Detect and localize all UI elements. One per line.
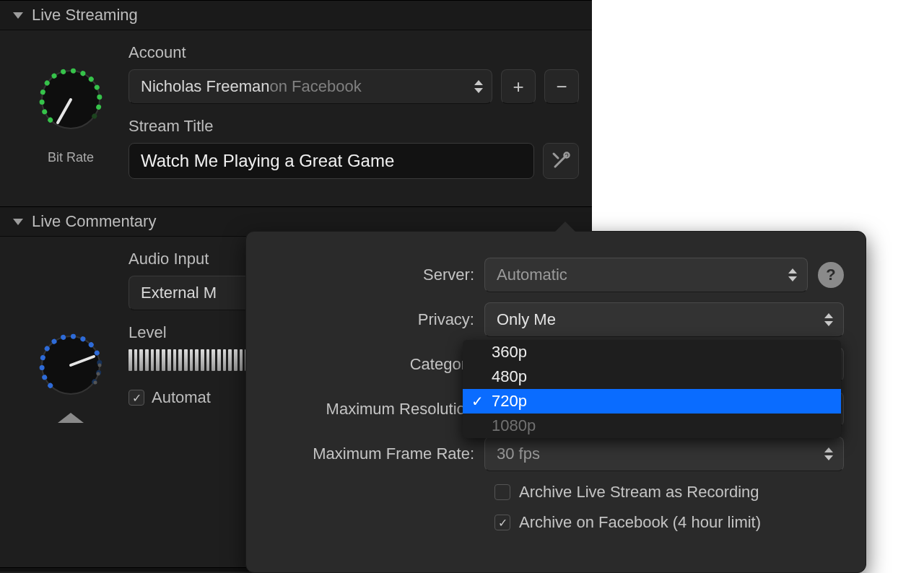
stepper-icon	[474, 80, 483, 93]
account-dropdown[interactable]: Nicholas Freeman on Facebook	[128, 69, 492, 104]
svg-point-32	[98, 364, 102, 367]
resolution-option-360p[interactable]: 360p	[463, 340, 841, 364]
svg-point-33	[97, 372, 100, 376]
resolution-options-list: 360p 480p 720p 1080p	[463, 340, 841, 438]
resolution-option-1080p: 1080p	[463, 414, 841, 438]
account-platform: on Facebook	[270, 77, 362, 96]
max-resolution-label: Maximum Resolution	[268, 400, 484, 419]
stepper-icon	[824, 447, 833, 460]
level-dial-column	[13, 250, 128, 424]
section-title: Live Streaming	[32, 6, 138, 25]
archive-facebook-label: Archive on Facebook (4 hour limit)	[519, 513, 761, 532]
chevron-down-icon	[13, 219, 23, 225]
resolution-option-720p[interactable]: 720p	[463, 389, 841, 414]
stepper-icon	[788, 268, 797, 281]
max-framerate-dropdown[interactable]: 30 fps	[484, 437, 844, 471]
remove-account-button[interactable]: −	[544, 69, 579, 104]
privacy-dropdown[interactable]: Only Me	[484, 302, 844, 337]
add-account-button[interactable]: +	[501, 69, 536, 104]
archive-facebook-checkbox[interactable]: ✓	[494, 515, 510, 530]
bitrate-dial[interactable]	[27, 56, 114, 143]
bitrate-dial-column: Bit Rate	[13, 43, 128, 192]
section-title: Live Commentary	[32, 212, 156, 231]
server-label: Server:	[268, 266, 484, 284]
archive-recording-label: Archive Live Stream as Recording	[519, 483, 759, 502]
privacy-label: Privacy:	[268, 310, 484, 329]
speaker-icon	[56, 411, 85, 424]
svg-marker-36	[58, 413, 84, 423]
category-label: Category	[268, 355, 484, 374]
server-dropdown[interactable]: Automatic	[484, 258, 808, 292]
help-button[interactable]: ?	[818, 262, 844, 288]
auto-label: Automat	[152, 388, 211, 407]
stream-settings-popover: Server: Automatic ? Privacy: Only Me Cat…	[245, 231, 866, 573]
auto-checkbox[interactable]: ✓	[128, 390, 144, 406]
max-framerate-label: Maximum Frame Rate:	[268, 445, 484, 463]
stream-title-input[interactable]: Watch Me Playing a Great Game	[128, 143, 534, 179]
bitrate-caption: Bit Rate	[48, 150, 94, 165]
svg-point-34	[94, 381, 97, 385]
account-label: Account	[128, 43, 579, 62]
audio-input-dropdown[interactable]: External M	[128, 276, 251, 310]
stepper-icon	[824, 313, 833, 326]
chevron-down-icon	[13, 12, 23, 19]
account-name: Nicholas Freeman	[141, 77, 270, 96]
resolution-option-480p[interactable]: 480p	[463, 364, 841, 389]
streaming-form: Account Nicholas Freeman on Facebook + −…	[128, 43, 579, 192]
tools-icon	[551, 151, 571, 171]
live-streaming-header[interactable]: Live Streaming	[0, 0, 592, 30]
archive-recording-checkbox[interactable]	[494, 484, 510, 500]
level-dial[interactable]	[27, 322, 114, 408]
stream-settings-button[interactable]	[543, 143, 579, 179]
live-streaming-body: Bit Rate Account Nicholas Freeman on Fac…	[0, 30, 592, 206]
stream-title-label: Stream Title	[128, 117, 579, 136]
